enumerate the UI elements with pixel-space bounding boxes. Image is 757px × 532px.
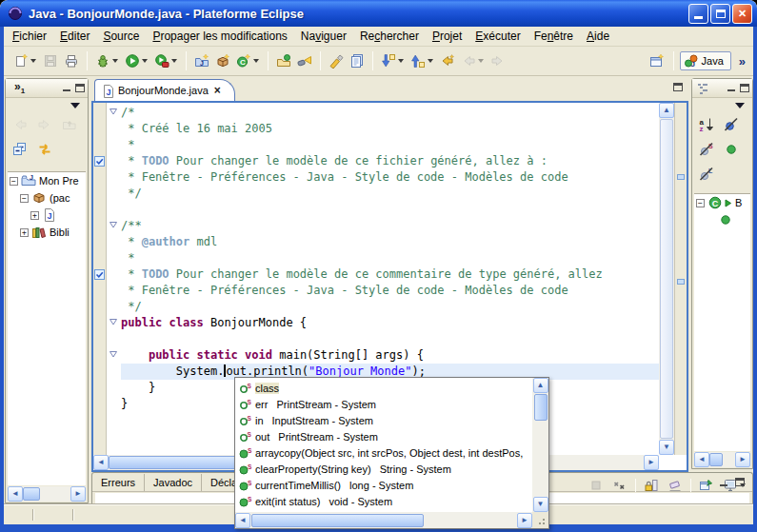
editor-tab-bonjourmonde[interactable]: J BonjourMonde.java ×: [94, 79, 235, 101]
back-button[interactable]: [458, 50, 488, 71]
view-menu-icon[interactable]: [70, 103, 80, 108]
panel-minimize-button[interactable]: [719, 479, 728, 487]
forward-button[interactable]: [34, 114, 55, 135]
link-editor-button[interactable]: [34, 139, 55, 160]
view-tab-overflow[interactable]: »1: [9, 80, 25, 95]
code-line[interactable]: * Fenêtre - Préférences - Java - Style d…: [108, 169, 659, 186]
popup-hscrollbar[interactable]: ◄►: [235, 512, 532, 528]
bottom-tab-javadoc[interactable]: Javadoc: [145, 474, 202, 491]
completion-item-err[interactable]: SerrPrintStream - System: [239, 396, 531, 412]
code-line[interactable]: /**: [108, 218, 659, 234]
view-minimize-button[interactable]: [62, 84, 71, 92]
dropdown-arrow-icon[interactable]: [112, 59, 118, 63]
task-marker-icon[interactable]: [94, 155, 106, 167]
new-wizard-button[interactable]: [10, 50, 40, 71]
code-line[interactable]: /*: [108, 105, 659, 121]
run-external-button[interactable]: [151, 50, 181, 71]
dropdown-arrow-icon[interactable]: [142, 59, 148, 63]
completion-item-exit[interactable]: Sexit(int status)void - System: [239, 493, 531, 509]
fold-handle-icon[interactable]: [108, 347, 121, 364]
dropdown-arrow-icon[interactable]: [398, 59, 404, 63]
hide-fields-button[interactable]: [721, 114, 742, 135]
explorer-hscrollbar[interactable]: ◄►: [8, 486, 86, 502]
debug-button[interactable]: [92, 50, 122, 71]
dropdown-arrow-icon[interactable]: [253, 59, 259, 63]
tree-item-bibli[interactable]: +Bibli: [8, 224, 86, 241]
view-menu-icon[interactable]: [735, 103, 745, 108]
panel-maximize-button[interactable]: [735, 478, 745, 486]
menu-propager-les-modifications[interactable]: Propager les modifications: [146, 28, 293, 45]
menu-fenêtre[interactable]: Fenêtre: [528, 28, 580, 45]
mark-occurrences-button[interactable]: [326, 50, 347, 71]
outline-hscrollbar[interactable]: ◄►: [694, 452, 750, 467]
menu-fichier[interactable]: Fichier: [6, 28, 53, 45]
menu-source[interactable]: Source: [96, 28, 146, 45]
menu-exécuter[interactable]: Exécuter: [468, 28, 527, 45]
fold-handle-icon[interactable]: [108, 315, 121, 331]
code-line[interactable]: public class BonjourMonde {: [108, 315, 659, 331]
tree-item-mon-pre[interactable]: −JMon Pre: [8, 172, 86, 189]
toolbar-overflow-chevron[interactable]: »: [735, 54, 749, 69]
completion-item-item[interactable]: S: [239, 509, 531, 511]
forward-button[interactable]: [488, 50, 508, 71]
maximize-button[interactable]: [710, 4, 730, 24]
next-annotation-button[interactable]: [378, 50, 408, 71]
view-minimize-button[interactable]: [727, 84, 736, 92]
tree-item-node[interactable]: +J: [8, 207, 86, 224]
prev-annotation-button[interactable]: [408, 50, 437, 71]
code-line[interactable]: */: [108, 299, 659, 315]
code-line[interactable]: public static void main(String[] args) {: [108, 347, 659, 364]
save-button[interactable]: [40, 50, 61, 71]
collapse-all-button[interactable]: [10, 139, 30, 160]
code-line[interactable]: [108, 202, 659, 218]
dropdown-arrow-icon[interactable]: [478, 59, 484, 63]
hide-local-button[interactable]: L: [696, 164, 717, 185]
fold-handle-icon[interactable]: [108, 105, 121, 121]
last-edit-button[interactable]: [437, 50, 458, 71]
code-line[interactable]: */: [108, 186, 659, 202]
tree-item-b[interactable]: −CB: [694, 194, 750, 211]
task-marker-icon[interactable]: [94, 268, 106, 281]
ball-green-button[interactable]: [721, 139, 742, 160]
code-line[interactable]: * Fenêtre - Préférences - Java - Style d…: [108, 283, 659, 299]
sort-az-button[interactable]: az: [696, 114, 717, 135]
close-button[interactable]: ✕: [732, 4, 752, 24]
tree-expander-icon[interactable]: −: [696, 199, 705, 207]
minimize-button[interactable]: [688, 4, 708, 24]
menu-editer[interactable]: Editer: [53, 28, 96, 45]
tree-expander-icon[interactable]: −: [10, 177, 18, 186]
new-class-button[interactable]: C: [233, 50, 263, 71]
java-perspective-button[interactable]: J Java: [680, 51, 731, 70]
code-line[interactable]: * TODO Pour changer le modèle de ce fich…: [108, 153, 659, 169]
view-maximize-button[interactable]: [75, 84, 85, 92]
completion-item-currenttimemillis[interactable]: ScurrentTimeMillis()long - System: [239, 477, 531, 493]
menu-rechercher[interactable]: Rechercher: [353, 28, 426, 45]
editor-vscrollbar[interactable]: ▲ ▼: [659, 103, 674, 455]
back-button[interactable]: [10, 114, 30, 135]
code-line[interactable]: * TODO Pour changer le modèle de ce comm…: [108, 266, 659, 283]
completion-item-class[interactable]: Sclass: [239, 380, 531, 396]
view-maximize-button[interactable]: [740, 84, 749, 92]
up-home-button[interactable]: [59, 114, 80, 135]
tree-item-pac[interactable]: −(pac: [8, 189, 86, 207]
tree-expander-icon[interactable]: +: [30, 211, 39, 220]
hide-static-button[interactable]: S: [696, 139, 717, 160]
code-line[interactable]: *: [108, 250, 659, 266]
completion-item-in[interactable]: SinInputStream - System: [239, 412, 531, 428]
tree-item-node[interactable]: [694, 211, 750, 228]
completion-item-arraycopy[interactable]: Sarraycopy(Object src, int srcPos, Objec…: [239, 444, 531, 461]
javadoc-button[interactable]: [347, 50, 368, 71]
dropdown-arrow-icon[interactable]: [171, 59, 177, 63]
editor-tab-close-icon[interactable]: ×: [214, 84, 221, 97]
tree-expander-icon[interactable]: −: [20, 194, 29, 203]
completion-item-out[interactable]: SoutPrintStream - System: [239, 428, 531, 444]
overview-task-marker[interactable]: [677, 174, 685, 180]
overview-task-marker[interactable]: [677, 279, 685, 285]
code-line[interactable]: *: [108, 137, 659, 153]
menu-naviguer[interactable]: Naviguer: [294, 28, 353, 45]
code-line[interactable]: * @author mdl: [108, 234, 659, 250]
search-button[interactable]: [294, 50, 315, 71]
code-line[interactable]: [108, 331, 659, 347]
fold-handle-icon[interactable]: [108, 218, 121, 234]
bottom-tab-erreurs[interactable]: Erreurs: [92, 474, 145, 491]
